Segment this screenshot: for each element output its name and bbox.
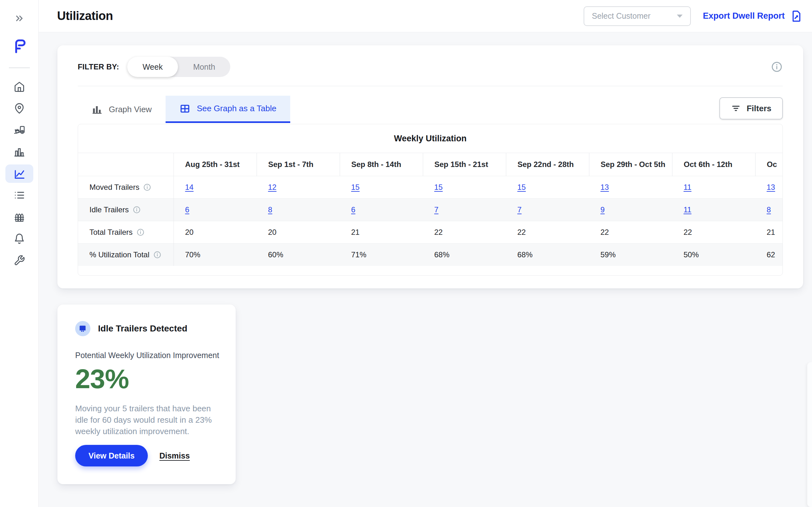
table-tab-icon bbox=[180, 103, 190, 114]
export-dwell-report-button[interactable]: Export Dwell Report bbox=[703, 9, 803, 23]
trailer-count-link[interactable]: 14 bbox=[185, 183, 194, 191]
table-cell: 6 bbox=[173, 199, 257, 221]
trailer-count-link[interactable]: 11 bbox=[683, 183, 692, 191]
sidebar-item-moves[interactable] bbox=[0, 122, 39, 138]
table-cell: 12 bbox=[257, 176, 340, 199]
tab-graph-view-label: Graph View bbox=[109, 105, 152, 114]
logo-icon bbox=[12, 38, 27, 54]
trailer-count-link[interactable]: 13 bbox=[600, 183, 609, 191]
sidebar-item-yard[interactable] bbox=[0, 209, 39, 225]
table-cell: 71% bbox=[340, 243, 423, 266]
top-bar: Utilization Select Customer Export Dwell… bbox=[39, 0, 812, 32]
bar-chart-tab-icon bbox=[92, 104, 102, 115]
trailer-count-link[interactable]: 9 bbox=[600, 205, 605, 214]
table-row: Total Trailers2020212222222221 bbox=[78, 221, 782, 243]
sidebar-collapse-button[interactable] bbox=[0, 11, 39, 26]
info-icon[interactable] bbox=[136, 228, 145, 236]
insight-description: Moving your 5 trailers that have been id… bbox=[75, 403, 222, 437]
empty-header-cell bbox=[78, 153, 173, 176]
fence-icon bbox=[14, 211, 25, 223]
column-header: Sep 8th - 14th bbox=[340, 153, 423, 176]
tab-graph-view[interactable]: Graph View bbox=[78, 96, 165, 123]
trailer-count-link[interactable]: 11 bbox=[683, 205, 692, 214]
filter-lines-icon bbox=[731, 103, 741, 113]
row-label: Idle Trailers bbox=[90, 205, 129, 214]
table-row: % Utilization Total70%60%71%68%68%59%50%… bbox=[78, 243, 782, 266]
table-cell: 50% bbox=[672, 243, 755, 266]
column-header: Oc bbox=[755, 153, 782, 176]
table-cell: 7 bbox=[506, 199, 589, 221]
dolly-icon bbox=[13, 124, 26, 136]
trailer-count-link[interactable]: 15 bbox=[517, 183, 526, 191]
table-cell: 59% bbox=[589, 243, 672, 266]
toggle-week[interactable]: Week bbox=[127, 57, 177, 77]
tab-table-view[interactable]: See Graph as a Table bbox=[165, 96, 290, 123]
view-details-button[interactable]: View Details bbox=[75, 445, 148, 466]
filters-button-label: Filters bbox=[747, 104, 771, 113]
column-header: Sep 1st - 7th bbox=[257, 153, 340, 176]
sidebar-item-locations[interactable] bbox=[0, 100, 39, 117]
toggle-month[interactable]: Month bbox=[178, 57, 230, 77]
sidebar-item-home[interactable] bbox=[0, 78, 39, 95]
trailer-count-link[interactable]: 8 bbox=[767, 205, 771, 214]
column-header: Aug 25th - 31st bbox=[173, 153, 257, 176]
table-cell: 15 bbox=[340, 176, 423, 199]
trailer-count-link[interactable]: 13 bbox=[767, 183, 775, 191]
info-icon[interactable] bbox=[153, 250, 161, 259]
right-edge-panel bbox=[807, 362, 812, 507]
page-title: Utilization bbox=[57, 9, 113, 23]
table-scroll-area[interactable]: Aug 25th - 31stSep 1st - 7thSep 8th - 14… bbox=[78, 153, 782, 266]
row-label: Moved Trailers bbox=[90, 183, 139, 192]
select-customer-dropdown[interactable]: Select Customer bbox=[583, 6, 691, 26]
bar-chart-icon bbox=[14, 146, 25, 158]
insight-title: Idle Trailers Detected bbox=[98, 324, 188, 334]
insight-subtitle: Potential Weekly Utilization Improvement bbox=[75, 351, 219, 360]
info-icon[interactable] bbox=[143, 183, 151, 191]
table-cell: 22 bbox=[506, 221, 589, 243]
table-cell: 9 bbox=[589, 199, 672, 221]
row-label: % Utilization Total bbox=[90, 250, 149, 259]
table-cell: 22 bbox=[589, 221, 672, 243]
info-icon[interactable] bbox=[771, 61, 783, 74]
row-label: Total Trailers bbox=[90, 228, 133, 237]
bell-icon bbox=[14, 233, 25, 244]
table-cell: 8 bbox=[755, 199, 782, 221]
trailer-count-link[interactable]: 15 bbox=[351, 183, 360, 191]
table-cell: 20 bbox=[257, 221, 340, 243]
trailer-count-link[interactable]: 8 bbox=[268, 205, 272, 214]
table-cell: 14 bbox=[173, 176, 257, 199]
filters-button[interactable]: Filters bbox=[719, 97, 783, 119]
row-label-cell: Moved Trailers bbox=[78, 176, 173, 199]
wrench-icon bbox=[14, 255, 25, 266]
sidebar bbox=[0, 0, 39, 507]
improvement-percentage: 23% bbox=[75, 363, 219, 395]
table-cell: 20 bbox=[173, 221, 257, 243]
dismiss-button[interactable]: Dismiss bbox=[159, 451, 190, 460]
table-cell: 15 bbox=[506, 176, 589, 199]
trailer-count-link[interactable]: 15 bbox=[434, 183, 443, 191]
column-header: Sep 29th - Oct 5th bbox=[589, 153, 672, 176]
utilization-card: FILTER BY: Week Month Graph View See Gra… bbox=[57, 45, 803, 288]
column-header: Sep 15th - 21st bbox=[423, 153, 506, 176]
sidebar-item-reports[interactable] bbox=[0, 144, 39, 160]
trailer-count-link[interactable]: 12 bbox=[268, 183, 276, 191]
sidebar-item-tools[interactable] bbox=[0, 252, 39, 269]
table-cell: 13 bbox=[755, 176, 782, 199]
app-logo[interactable] bbox=[0, 38, 39, 55]
sidebar-item-list[interactable] bbox=[0, 187, 39, 204]
row-label-cell: % Utilization Total bbox=[78, 243, 173, 266]
table-cell: 21 bbox=[340, 221, 423, 243]
trailer-count-link[interactable]: 6 bbox=[351, 205, 355, 214]
table-cell: 13 bbox=[589, 176, 672, 199]
trailer-count-link[interactable]: 7 bbox=[517, 205, 521, 214]
sidebar-item-utilization[interactable] bbox=[0, 165, 39, 182]
trailer-icon bbox=[78, 324, 87, 333]
export-file-icon bbox=[790, 9, 803, 23]
trailer-count-link[interactable]: 6 bbox=[185, 205, 189, 214]
map-pin-icon bbox=[14, 103, 25, 114]
sidebar-item-notifications[interactable] bbox=[0, 230, 39, 247]
table-row: Moved Trailers1412151515131113 bbox=[78, 176, 782, 199]
trailer-count-link[interactable]: 7 bbox=[434, 205, 438, 214]
info-icon[interactable] bbox=[133, 206, 141, 214]
table-cell: 21 bbox=[755, 221, 782, 243]
